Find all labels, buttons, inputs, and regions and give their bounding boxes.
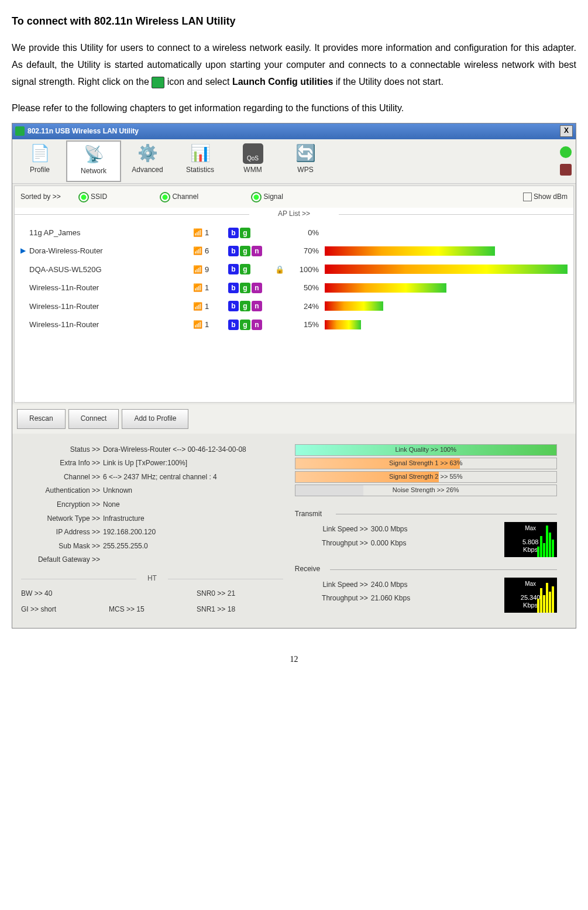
ap-badges: bgn xyxy=(228,246,275,256)
rx-speed-lbl: Link Speed >> xyxy=(295,579,371,592)
ap-badges: bgn xyxy=(228,301,275,311)
mcs-val: 15 xyxy=(136,605,144,613)
sort-ssid-option[interactable]: SSID xyxy=(78,191,107,204)
statistics-icon: 📊 xyxy=(174,143,226,164)
add-profile-button[interactable]: Add to Profile xyxy=(122,409,188,429)
g-badge: g xyxy=(240,320,250,330)
enc-lbl: Encryption >> xyxy=(21,499,103,511)
tab-network[interactable]: 📡 Network xyxy=(66,140,121,182)
ap-channel: 1 xyxy=(205,226,228,239)
bw-val: 40 xyxy=(44,589,52,597)
mcs-lbl: MCS >> xyxy=(109,605,135,613)
tx-graph: Max 5.808 Kbps xyxy=(504,522,557,557)
snr1-val: 18 xyxy=(228,605,235,613)
tab-statistics[interactable]: 📊 Statistics xyxy=(174,140,226,182)
sort-signal-option[interactable]: Signal xyxy=(251,191,283,204)
snr0-val: 21 xyxy=(228,589,235,597)
rescan-button[interactable]: Rescan xyxy=(17,409,66,429)
tab-wps[interactable]: 🔄 WPS xyxy=(279,140,332,182)
window-title: 802.11n USB Wireless LAN Utility xyxy=(27,125,139,138)
snr0-lbl: SNR0 >> xyxy=(197,589,225,597)
ap-signal-pct: 15% xyxy=(290,318,325,331)
advanced-icon: ⚙️ xyxy=(121,143,174,164)
extra-val: Link is Up [TxPower:100%] xyxy=(103,457,187,470)
tab-advanced-label: Advanced xyxy=(121,164,174,177)
ap-ssid: DQA-ASUS-WL520G xyxy=(29,263,193,276)
b-badge: b xyxy=(228,283,239,293)
ap-row[interactable]: DQA-ASUS-WL520G 📶 9 bg 🔒 100% xyxy=(20,260,568,279)
ap-signal-bar xyxy=(325,265,568,274)
channel-icon: 📶 xyxy=(193,226,205,239)
channel-icon: 📶 xyxy=(193,263,205,276)
wmm-icon: QoS xyxy=(243,143,263,164)
rx-thru-lbl: Throughput >> xyxy=(295,592,371,605)
show-dbm-checkbox[interactable]: Show dBm xyxy=(523,191,568,204)
intro-text-1c: if the Utility does not start. xyxy=(336,77,443,87)
lock-icon: 🔒 xyxy=(275,263,290,276)
sort-row: Sorted by >> SSID Channel Signal Show dB… xyxy=(15,186,573,208)
ap-channel: 1 xyxy=(205,300,228,313)
app-icon xyxy=(15,126,25,136)
ap-ssid: Wireless-11n-Router xyxy=(29,318,193,331)
tx-speed-lbl: Link Speed >> xyxy=(295,523,371,536)
ap-row[interactable]: Wireless-11n-Router 📶 1 bgn 24% xyxy=(20,297,568,315)
ap-badges: bgn xyxy=(228,283,275,293)
n-badge: n xyxy=(252,246,262,256)
launch-config-bold: Launch Config utilities xyxy=(232,77,333,87)
titlebar: 802.11n USB Wireless LAN Utility X xyxy=(12,123,576,140)
n-badge: n xyxy=(252,301,262,311)
noise-bar: Noise Strength >> 26% xyxy=(295,485,557,496)
ap-row[interactable]: ▶ Dora-Wireless-Router 📶 6 bgn 70% xyxy=(20,242,568,260)
g-badge: g xyxy=(240,301,250,311)
tx-thru-lbl: Throughput >> xyxy=(295,537,371,550)
ip-val: 192.168.200.120 xyxy=(103,526,156,539)
ap-signal-pct: 100% xyxy=(290,263,325,276)
gw-lbl: Default Gateway >> xyxy=(21,554,103,566)
radio-on-icon[interactable] xyxy=(560,146,572,158)
connect-button[interactable]: Connect xyxy=(68,409,119,429)
enc-val: None xyxy=(103,499,120,511)
gi-val: short xyxy=(40,605,56,613)
tab-profile[interactable]: 📄 Profile xyxy=(13,140,66,182)
ap-channel: 1 xyxy=(205,281,228,294)
extra-lbl: Extra Info >> xyxy=(21,457,103,470)
ap-signal-bar xyxy=(325,228,568,238)
gi-lbl: GI >> xyxy=(21,605,39,613)
status-val: Dora-Wireless-Router <--> 00-46-12-34-00… xyxy=(103,444,246,456)
ap-channel: 1 xyxy=(205,318,228,331)
network-icon: 📡 xyxy=(67,145,120,165)
tab-network-label: Network xyxy=(67,165,120,178)
close-button[interactable]: X xyxy=(560,125,573,137)
tab-wps-label: WPS xyxy=(279,164,332,177)
link-quality-bar: Link Quality >> 100% xyxy=(295,444,557,456)
transmit-label: Transmit xyxy=(295,508,557,521)
mask-val: 255.255.255.0 xyxy=(103,540,148,553)
intro-paragraph-2: Please refer to the following chapters t… xyxy=(12,100,576,117)
ap-row[interactable]: Wireless-11n-Router 📶 1 bgn 15% xyxy=(20,315,568,334)
g-badge: g xyxy=(240,246,250,256)
ap-ssid: Wireless-11n-Router xyxy=(29,300,193,313)
sort-channel-option[interactable]: Channel xyxy=(160,191,198,204)
intro-paragraph-1: We provide this Utility for users to con… xyxy=(12,40,576,90)
tx-speed-val: 300.0 Mbps xyxy=(371,523,408,536)
channel-icon: 📶 xyxy=(193,300,205,313)
intro-text-1b: icon and select xyxy=(167,77,232,87)
tab-wmm[interactable]: QoS WMM xyxy=(226,140,279,182)
ap-row[interactable]: 11g AP_James 📶 1 bg 0% xyxy=(20,224,568,242)
channel-icon: 📶 xyxy=(193,244,205,257)
g-badge: g xyxy=(240,283,250,293)
tab-profile-label: Profile xyxy=(13,164,66,177)
rx-graph: Max 25.340 Kbps xyxy=(504,578,557,613)
signal-2-bar: Signal Strength 2 >> 55% xyxy=(295,471,557,483)
profile-icon: 📄 xyxy=(13,143,66,164)
b-badge: b xyxy=(228,246,239,256)
b-badge: b xyxy=(228,301,239,311)
radio-icon xyxy=(160,192,170,202)
channel-icon: 📶 xyxy=(193,318,205,331)
ap-list[interactable]: 11g AP_James 📶 1 bg 0% ▶ Dora-Wireless-R… xyxy=(15,221,573,402)
ap-row[interactable]: Wireless-11n-Router 📶 1 bgn 50% xyxy=(20,279,568,297)
link-status-icon[interactable] xyxy=(560,164,572,176)
signal-1-bar: Signal Strength 1 >> 63% xyxy=(295,458,557,469)
tab-advanced[interactable]: ⚙️ Advanced xyxy=(121,140,174,182)
ap-ssid: Dora-Wireless-Router xyxy=(29,244,193,257)
